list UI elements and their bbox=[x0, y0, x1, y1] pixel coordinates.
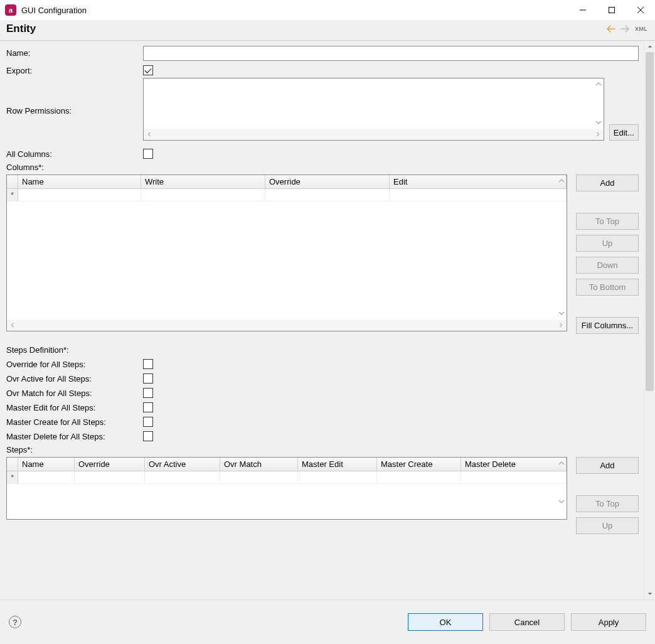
columns-grid[interactable]: Name Write Override Edit * bbox=[6, 174, 567, 331]
content-area: Name: Export: Row Permissions: bbox=[0, 41, 644, 599]
ovr-match-all-label: Ovr Match for All Steps: bbox=[6, 386, 143, 398]
minimize-button[interactable] bbox=[568, 0, 597, 20]
fill-columns-button[interactable]: Fill Columns... bbox=[576, 317, 639, 334]
steps-up-button[interactable]: Up bbox=[576, 517, 639, 534]
columns-down-button[interactable]: Down bbox=[576, 257, 639, 274]
columns-header-override[interactable]: Override bbox=[265, 175, 390, 188]
steps-header-master-edit[interactable]: Master Edit bbox=[298, 458, 377, 471]
nav-forward-icon[interactable] bbox=[620, 24, 630, 33]
export-checkbox[interactable] bbox=[143, 65, 153, 75]
scroll-up-icon[interactable] bbox=[558, 176, 565, 186]
steps-header-ovr-active[interactable]: Ovr Active bbox=[145, 458, 220, 471]
help-icon[interactable]: ? bbox=[9, 616, 21, 628]
svg-rect-1 bbox=[609, 8, 615, 13]
steps-add-button[interactable]: Add bbox=[576, 457, 639, 474]
steps-to-top-button[interactable]: To Top bbox=[576, 495, 639, 512]
steps-definition-label: Steps Definition*: bbox=[6, 345, 639, 355]
scroll-up-icon[interactable] bbox=[644, 41, 655, 52]
name-input[interactable] bbox=[143, 46, 639, 61]
name-label: Name: bbox=[6, 46, 143, 58]
columns-to-bottom-button[interactable]: To Bottom bbox=[576, 279, 639, 296]
ovr-match-all-checkbox[interactable] bbox=[143, 388, 153, 398]
edit-row-permissions-button[interactable]: Edit... bbox=[609, 124, 639, 141]
scroll-up-icon[interactable] bbox=[558, 459, 565, 468]
table-row[interactable]: * bbox=[7, 471, 567, 484]
all-columns-label: All Columns: bbox=[6, 147, 143, 159]
window-title: GUI Configuration bbox=[21, 6, 87, 15]
all-columns-checkbox[interactable] bbox=[143, 149, 153, 159]
scroll-down-icon[interactable] bbox=[558, 497, 565, 507]
scroll-right-icon[interactable] bbox=[592, 129, 604, 140]
override-all-checkbox[interactable] bbox=[143, 359, 153, 369]
steps-grid[interactable]: Name Override Ovr Active Ovr Match Maste… bbox=[6, 457, 567, 520]
page-header: Entity XML bbox=[0, 20, 655, 41]
close-button[interactable] bbox=[626, 0, 655, 20]
page-title: Entity bbox=[6, 23, 36, 35]
columns-header-edit[interactable]: Edit bbox=[390, 175, 567, 188]
apply-button[interactable]: Apply bbox=[571, 613, 646, 631]
scrollbar-thumb[interactable] bbox=[646, 52, 654, 391]
columns-up-button[interactable]: Up bbox=[576, 235, 639, 252]
columns-add-button[interactable]: Add bbox=[576, 174, 639, 191]
steps-header-ovr-match[interactable]: Ovr Match bbox=[220, 458, 298, 471]
table-row[interactable]: * bbox=[7, 189, 567, 201]
scroll-right-icon[interactable] bbox=[555, 319, 567, 331]
columns-header-write[interactable]: Write bbox=[141, 175, 265, 188]
xml-label[interactable]: XML bbox=[635, 26, 647, 32]
steps-header-override[interactable]: Override bbox=[75, 458, 145, 471]
columns-to-top-button[interactable]: To Top bbox=[576, 213, 639, 230]
scroll-down-icon[interactable] bbox=[558, 309, 565, 318]
scroll-left-icon[interactable] bbox=[144, 129, 155, 140]
steps-header-master-create[interactable]: Master Create bbox=[377, 458, 461, 471]
nav-back-icon[interactable] bbox=[606, 24, 616, 33]
new-row-marker: * bbox=[7, 189, 18, 201]
app-icon: a bbox=[5, 4, 16, 16]
steps-header-master-delete[interactable]: Master Delete bbox=[461, 458, 567, 471]
row-permissions-label: Row Permissions: bbox=[6, 104, 143, 115]
master-delete-all-checkbox[interactable] bbox=[143, 431, 153, 441]
ovr-active-all-label: Ovr Active for All Steps: bbox=[6, 372, 143, 384]
new-row-marker: * bbox=[7, 471, 18, 483]
cancel-button[interactable]: Cancel bbox=[489, 613, 565, 631]
master-edit-all-checkbox[interactable] bbox=[143, 402, 153, 412]
footer: ? OK Cancel Apply bbox=[0, 600, 655, 644]
maximize-button[interactable] bbox=[597, 0, 626, 20]
row-permissions-listbox[interactable] bbox=[143, 78, 604, 141]
master-delete-all-label: Master Delete for All Steps: bbox=[6, 429, 143, 441]
master-create-all-label: Master Create for All Steps: bbox=[6, 415, 143, 427]
scroll-left-icon[interactable] bbox=[7, 319, 18, 331]
scroll-down-icon[interactable] bbox=[644, 588, 655, 599]
steps-label: Steps*: bbox=[6, 445, 639, 454]
titlebar: a GUI Configuration bbox=[0, 0, 655, 20]
content-scrollbar[interactable] bbox=[644, 41, 655, 599]
scroll-down-icon[interactable] bbox=[595, 118, 602, 127]
ok-button[interactable]: OK bbox=[408, 613, 483, 631]
master-create-all-checkbox[interactable] bbox=[143, 417, 153, 427]
override-all-label: Override for All Steps: bbox=[6, 357, 143, 369]
master-edit-all-label: Master Edit for All Steps: bbox=[6, 400, 143, 412]
steps-header-name[interactable]: Name bbox=[18, 458, 75, 471]
columns-label: Columns*: bbox=[6, 163, 639, 172]
ovr-active-all-checkbox[interactable] bbox=[143, 373, 153, 384]
columns-header-name[interactable]: Name bbox=[18, 175, 141, 188]
scroll-up-icon[interactable] bbox=[595, 80, 602, 89]
export-label: Export: bbox=[6, 63, 143, 75]
